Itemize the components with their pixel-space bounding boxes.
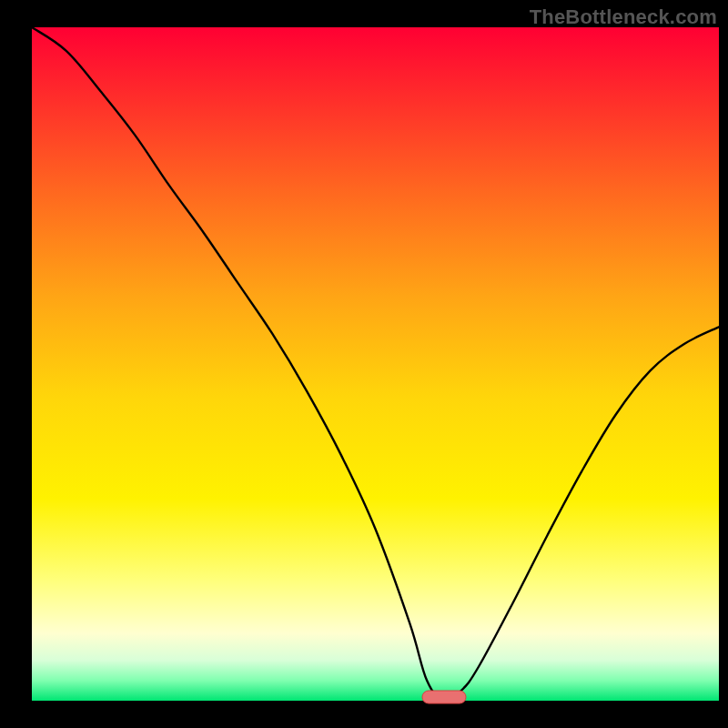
- chart-canvas: TheBottleneck.com: [0, 0, 728, 728]
- optimal-marker: [422, 691, 466, 703]
- bottleneck-chart: [0, 0, 728, 728]
- svg-rect-1: [32, 27, 719, 701]
- attribution-label: TheBottleneck.com: [530, 5, 717, 29]
